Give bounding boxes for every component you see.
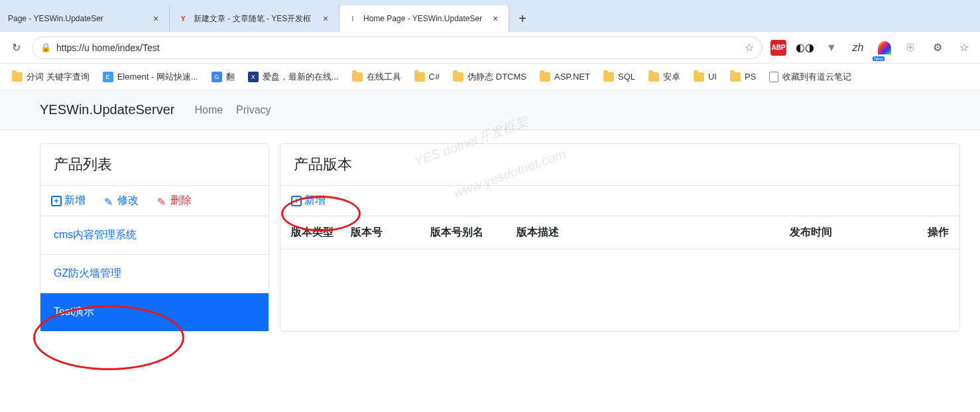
url-box[interactable]: 🔒 https://u home/index/Test ☆ — [32, 36, 763, 59]
list-item[interactable]: cms内容管理系统 — [40, 216, 269, 255]
products-toolbar: +新增 修改 删除 — [40, 186, 269, 216]
col-publish-time: 发布时间 — [790, 226, 909, 240]
extension-icon[interactable]: ◐◑ — [794, 37, 816, 58]
browser-tab[interactable]: Page - YESWin.UpdateSer × — [0, 5, 170, 32]
favicon-icon: Y — [178, 13, 188, 24]
extension-icon[interactable] — [874, 37, 895, 58]
bookmark-label: 爱盘，最新的在线... — [263, 71, 339, 83]
list-item-active[interactable]: Test演示 — [40, 293, 269, 331]
bookmark-item[interactable]: X爱盘，最新的在线... — [243, 68, 344, 86]
edit-label: 修改 — [117, 194, 139, 208]
page-icon — [769, 72, 778, 82]
bookmark-label: SQL — [618, 72, 635, 82]
bookmark-item[interactable]: ASP.NET — [534, 69, 595, 84]
folder-icon — [603, 72, 614, 82]
new-tab-button[interactable]: + — [509, 5, 536, 32]
col-version-desc: 版本描述 — [517, 226, 790, 240]
bookmark-item[interactable]: C# — [409, 69, 446, 84]
folder-icon — [648, 72, 659, 82]
versions-table-header: 版本类型 版本号 版本号别名 版本描述 发布时间 操作 — [280, 216, 959, 249]
bookmark-item[interactable]: G翻 — [206, 68, 240, 86]
folder-icon — [12, 72, 23, 82]
bookmark-label: 翻 — [226, 71, 235, 83]
bookmark-label: C# — [429, 72, 440, 82]
extension-icon[interactable]: zh — [847, 37, 869, 58]
url-text: https://u home/index/Test — [56, 42, 739, 53]
nav-home[interactable]: Home — [194, 104, 223, 116]
shield-icon[interactable]: ⛨ — [900, 37, 922, 58]
bookmark-label: PS — [745, 72, 756, 82]
bookmark-item[interactable]: 安卓 — [643, 68, 686, 86]
favicon-icon: I — [347, 13, 358, 24]
browser-tab[interactable]: Y 新建文章 - 文章随笔 - YES开发框 × — [170, 5, 339, 32]
close-icon[interactable]: × — [151, 13, 161, 24]
pencil-icon — [104, 196, 115, 206]
bookmark-label: Element - 网站快速... — [117, 71, 198, 83]
lock-icon: 🔒 — [40, 42, 51, 52]
nav-privacy[interactable]: Privacy — [236, 104, 271, 116]
folder-icon — [453, 72, 463, 82]
address-bar: ↻ 🔒 https://u home/index/Test ☆ ABP ◐◑ ▼… — [0, 32, 980, 64]
folder-icon — [352, 72, 363, 82]
folder-icon — [414, 72, 425, 82]
extensions-icon[interactable]: ⚙ — [927, 37, 948, 58]
element-icon: E — [103, 72, 113, 82]
bookmark-label: 收藏到有道云笔记 — [782, 71, 851, 83]
bookmark-item[interactable]: SQL — [598, 69, 641, 84]
tab-title: Home Page - YESWin.UpdateSer — [363, 14, 486, 23]
add-version-button[interactable]: +新增 — [291, 194, 326, 208]
translate-icon: G — [212, 72, 222, 82]
list-item[interactable]: GZ防火墙管理 — [40, 255, 269, 293]
page-icon: X — [248, 72, 259, 82]
bookmark-item[interactable]: UI — [688, 69, 722, 84]
versions-title: 产品版本 — [280, 144, 959, 186]
versions-toolbar: +新增 — [280, 186, 959, 216]
col-version-no: 版本号 — [351, 226, 430, 240]
col-version-alias: 版本号别名 — [430, 226, 517, 240]
bookmark-label: UI — [708, 72, 717, 82]
extension-icon[interactable]: ▼ — [821, 37, 842, 58]
bookmark-label: 在线工具 — [367, 71, 401, 83]
close-icon[interactable]: × — [320, 13, 331, 24]
bookmark-item[interactable]: PS — [725, 69, 761, 84]
bookmarks-bar: 分词 关键字查询 EElement - 网站快速... G翻 X爱盘，最新的在线… — [0, 64, 980, 90]
page-navbar: YESWin.UpdateServer Home Privacy — [0, 90, 980, 130]
browser-tab-strip: Page - YESWin.UpdateSer × Y 新建文章 - 文章随笔 … — [0, 0, 980, 32]
add-label: 新增 — [64, 194, 86, 208]
folder-icon — [694, 72, 704, 82]
page-container: 产品列表 +新增 修改 删除 cms内容管理系统 GZ防火墙管理 Test演示 … — [0, 130, 980, 345]
bookmark-item[interactable]: 伪静态 DTCMS — [448, 68, 532, 86]
edit-button[interactable]: 修改 — [104, 194, 139, 208]
products-title: 产品列表 — [40, 144, 269, 186]
versions-panel: 产品版本 +新增 版本类型 版本号 版本号别名 版本描述 发布时间 操作 — [280, 143, 960, 332]
delete-label: 删除 — [170, 194, 192, 208]
add-button[interactable]: +新增 — [51, 194, 86, 208]
adblock-icon[interactable]: ABP — [768, 37, 789, 58]
products-list: cms内容管理系统 GZ防火墙管理 Test演示 — [40, 216, 269, 331]
bookmark-item[interactable]: 收藏到有道云笔记 — [764, 68, 857, 86]
bookmark-item[interactable]: 分词 关键字查询 — [7, 68, 95, 86]
products-panel: 产品列表 +新增 修改 删除 cms内容管理系统 GZ防火墙管理 Test演示 — [40, 143, 269, 332]
tab-title: 新建文章 - 文章随笔 - YES开发框 — [194, 13, 316, 25]
favorites-icon[interactable]: ☆ — [953, 37, 975, 58]
add-label: 新增 — [304, 194, 326, 208]
brand-title[interactable]: YESWin.UpdateServer — [40, 102, 174, 117]
favorite-icon[interactable]: ☆ — [745, 41, 754, 54]
refresh-icon[interactable]: ↻ — [5, 37, 27, 58]
bookmark-item[interactable]: 在线工具 — [347, 68, 406, 86]
close-icon[interactable]: × — [490, 13, 501, 24]
bookmark-item[interactable]: EElement - 网站快速... — [97, 68, 204, 86]
browser-tab-active[interactable]: I Home Page - YESWin.UpdateSer × — [339, 5, 509, 32]
folder-icon — [540, 72, 550, 82]
bookmark-label: 安卓 — [663, 71, 680, 83]
col-actions: 操作 — [909, 226, 949, 240]
col-version-type: 版本类型 — [291, 226, 351, 240]
bookmark-label: ASP.NET — [554, 72, 590, 82]
delete-button[interactable]: 删除 — [157, 194, 192, 208]
folder-icon — [730, 72, 741, 82]
pencil-icon — [157, 196, 168, 206]
bookmark-label: 分词 关键字查询 — [27, 71, 90, 83]
bookmark-label: 伪静态 DTCMS — [467, 71, 526, 83]
tab-title: Page - YESWin.UpdateSer — [8, 14, 147, 23]
plus-icon: + — [291, 196, 302, 206]
